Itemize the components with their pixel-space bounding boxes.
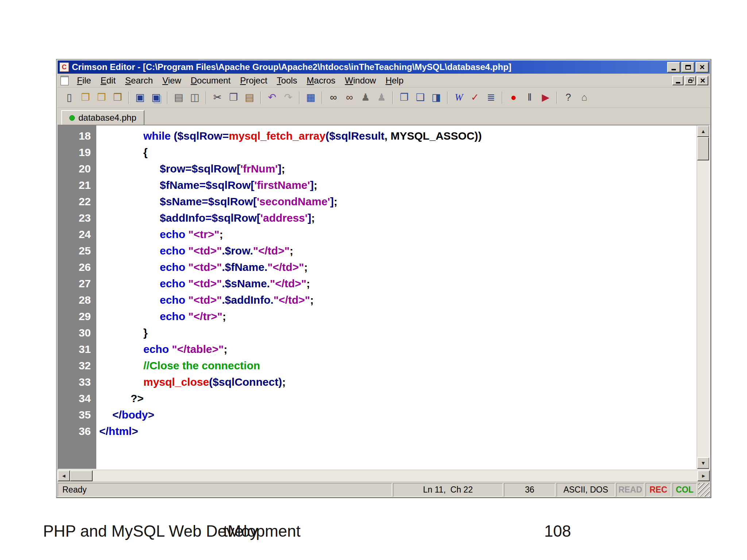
toolbar-separator [502,92,503,104]
save-all-button[interactable]: ▣ [148,90,164,105]
print-preview-button[interactable]: ◫ [187,90,203,105]
code-token: "<td>" [188,277,222,289]
menu-help[interactable]: Help [381,74,408,87]
find-in-files-icon: ♟ [361,93,370,102]
home-button[interactable]: ⌂ [576,90,592,105]
slide: C Crimson Editor - [C:\Program Files\Apa… [0,0,747,560]
child-restore-button[interactable] [685,76,696,85]
vertical-scroll-thumb[interactable] [697,137,709,160]
find-button[interactable]: ∞ [325,90,341,105]
close-file-button[interactable]: ❒ [109,90,125,105]
replace-in-files-button[interactable]: ♟ [374,90,390,105]
help-button[interactable]: ? [560,90,576,105]
code-line[interactable]: echo "<td>".$fName."</td>"; [96,259,697,275]
file-saved-icon [69,115,75,121]
window-copy-button[interactable]: ❐ [396,90,412,105]
menu-window[interactable]: Window [340,74,381,87]
child-close-button[interactable]: × [697,76,708,85]
open-file-button[interactable]: ❒ [77,90,93,105]
code-token: ] [278,163,282,175]
reopen-file-button[interactable]: ❒ [93,90,109,105]
find-in-files-button[interactable]: ♟ [357,90,374,105]
code-line[interactable]: echo "<td>".$row."</td>"; [96,242,697,259]
code-line[interactable]: mysql_close($sqlConnect); [96,374,697,390]
code-line[interactable]: } [96,324,697,341]
insert-table-button[interactable]: ▦ [303,90,319,105]
scroll-right-button[interactable]: ► [697,470,710,481]
redo-icon: ↷ [284,93,293,102]
line-number: 32 [58,357,91,374]
line-numbers-button[interactable]: ≣ [483,90,499,105]
code-area[interactable]: while ($sqlRow=mysql_fetch_array($sqlRes… [96,125,697,469]
menu-view[interactable]: View [158,74,186,87]
code-token: "</table>" [172,343,224,355]
menu-project[interactable]: Project [235,74,272,87]
record-macro-button[interactable]: ● [506,90,522,105]
code-line[interactable]: echo "<td>".$addInfo."</td>"; [96,292,697,308]
scroll-left-button[interactable]: ◄ [58,470,70,481]
maximize-button[interactable] [681,62,694,73]
line-numbers-icon: ≣ [487,93,495,102]
cut-button[interactable]: ✂ [209,90,225,105]
tab-database4-php[interactable]: database4.php [61,110,144,125]
code-line[interactable]: $addInfo=$sqlRow['address']; [96,210,697,226]
undo-button[interactable]: ↶ [264,90,280,105]
scroll-up-button[interactable]: ▲ [697,125,709,137]
code-line[interactable]: echo "</tr>"; [96,308,697,324]
code-line[interactable]: { [96,144,697,160]
close-button[interactable]: × [696,62,709,73]
crimson-editor-window: C Crimson Editor - [C:\Program Files\Apa… [56,59,711,498]
window-duplicate-button[interactable]: ❑ [412,90,428,105]
print-button[interactable]: ▤ [171,90,187,105]
line-number: 20 [58,160,91,177]
play-macro-button[interactable]: ▶ [538,90,554,105]
code-line[interactable]: $fName=$sqlRow['firstName']; [96,177,697,193]
find-replace-button[interactable]: ∞ [341,90,357,105]
code-token: , MYSQL_ASSOC)) [384,130,482,142]
code-line[interactable]: echo "</table>"; [96,341,697,357]
code-line[interactable]: while ($sqlRow=mysql_fetch_array($sqlRes… [96,128,697,144]
record-macro-icon: ● [511,93,516,102]
new-file-button[interactable]: ▯ [61,90,77,105]
code-line[interactable]: echo "<td>".$sName."</td>"; [96,275,697,292]
child-minimize-button[interactable] [672,76,684,85]
menu-file[interactable]: File [72,74,96,87]
window-edit-button[interactable]: ◨ [428,90,444,105]
code-line[interactable]: </body> [96,407,697,423]
menu-search[interactable]: Search [120,74,158,87]
horizontal-scroll-track[interactable] [93,470,697,481]
code-line[interactable]: echo "<tr>"; [96,226,697,242]
code-token: .$addInfo. [222,294,274,306]
spell-check-button[interactable]: ✓ [467,90,483,105]
code-line[interactable]: ?> [96,390,697,407]
resize-grip-icon[interactable] [698,483,710,497]
code-line[interactable]: </html> [96,423,697,439]
minimize-button[interactable] [667,62,680,73]
code-line[interactable]: //Close the connection [96,357,697,374]
pause-macro-button[interactable]: ‖ [522,90,538,105]
horizontal-scroll-thumb[interactable] [70,470,93,481]
redo-button[interactable]: ↷ [280,90,296,105]
paste-button[interactable]: ▤ [241,90,258,105]
menu-document[interactable]: Document [186,74,235,87]
code-line[interactable]: $sName=$sqlRow['secondName']; [96,193,697,210]
code-token: ; [222,310,226,322]
vertical-scroll-track[interactable] [697,160,709,457]
window-duplicate-icon: ❑ [416,93,425,102]
horizontal-scrollbar[interactable]: ◄ ► [58,470,710,481]
code-token: ; [304,261,307,273]
ms-word-button[interactable]: W [451,90,467,105]
copy-button[interactable]: ❐ [225,90,241,105]
menu-macros[interactable]: Macros [302,74,340,87]
code-line[interactable]: $row=$sqlRow['frNum']; [96,160,697,177]
menu-edit[interactable]: Edit [96,74,120,87]
line-number: 29 [58,308,91,324]
child-window-controls: × [672,76,708,85]
code-token: html [109,425,132,437]
vertical-scrollbar[interactable]: ▲ ▼ [697,125,709,469]
title-bar[interactable]: C Crimson Editor - [C:\Program Files\Apa… [58,61,710,74]
save-button[interactable]: ▣ [132,90,148,105]
scroll-down-button[interactable]: ▼ [697,457,709,469]
home-icon: ⌂ [581,93,587,102]
menu-tools[interactable]: Tools [272,74,302,87]
